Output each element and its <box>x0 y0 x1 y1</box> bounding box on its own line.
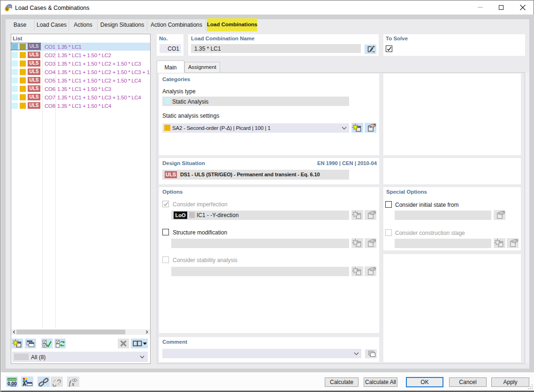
svg-text:A: A <box>23 381 26 387</box>
svg-text:0,00: 0,00 <box>8 381 17 386</box>
svg-text:6: 6 <box>6 7 8 11</box>
